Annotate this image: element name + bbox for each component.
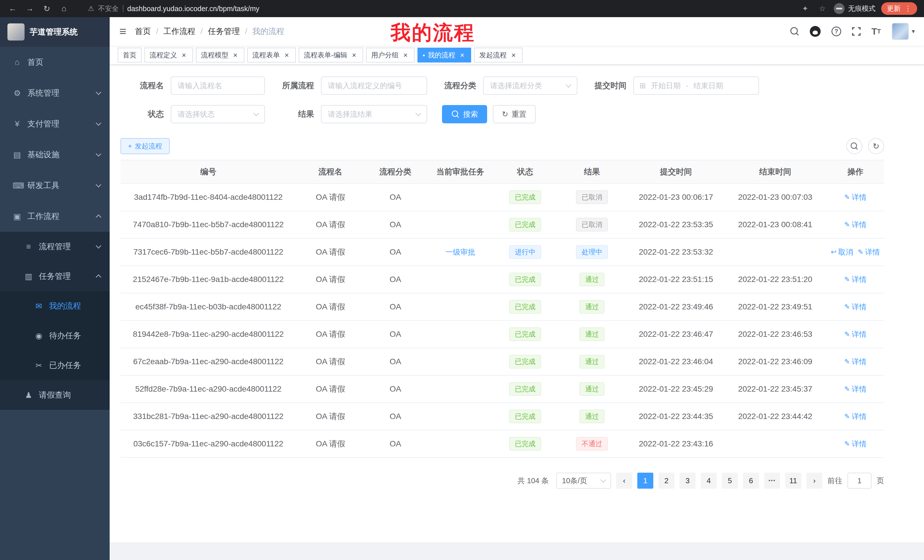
result-badge: 通过 (579, 300, 604, 314)
tab-close-icon[interactable]: × (350, 51, 358, 59)
category-select[interactable]: 请选择流程分类 (483, 76, 578, 95)
sidebar-item[interactable]: ✂ 已办任务 (0, 350, 110, 380)
fullscreen-icon[interactable] (852, 27, 861, 36)
cell-actions: ✎ 详情 (826, 293, 884, 320)
detail-action-link[interactable]: ✎ 详情 (858, 247, 880, 257)
reset-button[interactable]: ↻ 重置 (493, 105, 536, 123)
status-select[interactable]: 请选择状态 (171, 105, 265, 123)
app-logo[interactable]: 芋道管理系统 (0, 17, 110, 47)
tab[interactable]: 流程模型 × (196, 48, 244, 63)
next-page-button[interactable]: › (806, 473, 822, 489)
process-name-input[interactable] (171, 76, 265, 95)
reload-icon[interactable]: ↻ (41, 4, 52, 13)
key-icon[interactable]: ✦ (800, 4, 811, 13)
search-icon[interactable] (790, 27, 799, 36)
tab[interactable]: ● 我的流程 × (417, 48, 471, 63)
sidebar-item[interactable]: ▥ 任务管理 (0, 262, 110, 291)
page-number-button[interactable]: 5 (722, 473, 738, 489)
detail-action-link[interactable]: ✎ 详情 (844, 302, 867, 312)
current-task-link[interactable]: 一级审批 (446, 247, 475, 257)
page-size-select[interactable]: 10条/页 (556, 473, 611, 489)
show-search-button[interactable] (846, 138, 862, 154)
tab[interactable]: 首页 (118, 48, 142, 63)
detail-action-link[interactable]: ✎ 详情 (844, 275, 867, 284)
sidebar-item[interactable]: ⚙ 系统管理 (0, 78, 110, 108)
breadcrumb-item[interactable]: 首页 (135, 26, 151, 37)
breadcrumb-item[interactable]: 工作流程 (151, 26, 196, 37)
cancel-action-link[interactable]: ↩ 取消 (831, 247, 853, 257)
search-button[interactable]: 搜索 (442, 105, 487, 123)
avatar[interactable]: ▾ (892, 23, 915, 40)
breadcrumb-item[interactable]: 任务管理 (195, 26, 240, 37)
tab-label: 我的流程 (428, 51, 455, 60)
process-def-input[interactable] (321, 76, 427, 95)
tab-close-icon[interactable]: × (509, 51, 518, 59)
update-button[interactable]: 更新 ⋮ (881, 2, 917, 15)
github-icon[interactable] (810, 26, 820, 37)
help-icon[interactable]: ? (831, 27, 841, 36)
submit-time-range-picker[interactable]: ⊞ 开始日期 - 结束日期 (633, 76, 759, 95)
sidebar-item[interactable]: ≡ 流程管理 (0, 232, 110, 262)
result-label: 结果 (280, 109, 314, 120)
page-number-button[interactable]: 11 (785, 473, 801, 489)
sidebar-item[interactable]: ⌨ 研发工具 (0, 170, 110, 201)
font-size-icon[interactable]: TT (872, 26, 881, 37)
tab[interactable]: 用户分组 × (366, 48, 415, 63)
tab-label: 流程表单-编辑 (304, 51, 347, 60)
address-bar[interactable]: ⚠ 不安全 dashboard.yudao.iocoder.cn/bpm/tas… (75, 4, 794, 13)
security-label[interactable]: 不安全 (98, 4, 119, 13)
breadcrumb-item[interactable]: 我的流程 (240, 26, 284, 37)
page-number-button[interactable]: 6 (743, 473, 759, 489)
page-number-button[interactable]: 3 (680, 473, 696, 489)
tab-close-icon[interactable]: × (458, 51, 466, 59)
sidebar-item[interactable]: ¥ 支付管理 (0, 108, 110, 139)
refresh-table-button[interactable]: ↻ (868, 138, 884, 154)
sidebar-item[interactable]: ▤ 基础设施 (0, 139, 110, 170)
tab-close-icon[interactable]: × (283, 51, 291, 59)
chevron-icon (96, 120, 101, 126)
detail-action-link[interactable]: ✎ 详情 (844, 192, 867, 202)
tab-close-icon[interactable]: × (402, 51, 410, 59)
page-number-button[interactable]: ••• (764, 473, 780, 489)
sidebar-item[interactable]: ▣ 工作流程 (0, 201, 110, 232)
page-number-button[interactable]: 4 (701, 473, 717, 489)
cell-end-time: 2022-01-22 23:46:09 (723, 348, 826, 375)
back-icon[interactable]: ← (7, 4, 18, 13)
detail-action-link[interactable]: ✎ 详情 (844, 412, 867, 422)
sidebar-item[interactable]: ◉ 待办任务 (0, 321, 110, 350)
detail-action-link[interactable]: ✎ 详情 (844, 384, 867, 394)
filter-form: 流程名 所属流程 流程分类 请选择流程分类 (110, 65, 924, 123)
caret-down-icon: ▾ (912, 28, 915, 35)
detail-action-link[interactable]: ✎ 详情 (844, 329, 867, 339)
forward-icon[interactable]: → (24, 4, 35, 13)
cell-process-id: 67c2eaab-7b9a-11ec-a290-acde48001122 (120, 348, 296, 375)
tab[interactable]: 流程表单 × (247, 48, 296, 63)
goto-page-input[interactable] (848, 473, 872, 489)
sidebar-item[interactable]: ♟ 请假查询 (0, 380, 110, 410)
sidebar-item[interactable]: ✉ 我的流程 (0, 291, 110, 321)
sidebar-item[interactable]: ⌂ 首页 (0, 47, 110, 78)
detail-action-link[interactable]: ✎ 详情 (844, 220, 867, 230)
tab[interactable]: 流程表单-编辑 × (298, 48, 363, 63)
create-process-button[interactable]: + 发起流程 (120, 138, 170, 154)
hamburger-icon[interactable]: ≡ (110, 24, 135, 38)
page-number-button[interactable]: 2 (658, 473, 675, 489)
tab[interactable]: 流程定义 × (144, 48, 193, 63)
goto-suffix: 页 (877, 476, 884, 486)
star-icon[interactable]: ☆ (817, 4, 828, 13)
kebab-menu-icon[interactable]: ⋮ (904, 4, 911, 13)
tab[interactable]: 发起流程 × (474, 48, 522, 63)
result-select[interactable]: 请选择流结果 (321, 105, 427, 123)
page-number-button[interactable]: 1 (638, 473, 653, 489)
tab-close-icon[interactable]: × (180, 51, 188, 59)
cell-process-name: OA 请假 (296, 266, 365, 293)
browser-home-icon[interactable]: ⌂ (58, 4, 70, 13)
tab-close-icon[interactable]: × (231, 51, 239, 59)
prev-page-button[interactable]: ‹ (616, 473, 632, 489)
result-badge: 通过 (579, 273, 604, 286)
column-header: 结束时间 (723, 160, 826, 183)
tab-label: 发起流程 (479, 51, 507, 60)
detail-action-link[interactable]: ✎ 详情 (844, 357, 867, 367)
url-text[interactable]: dashboard.yudao.iocoder.cn/bpm/task/my (128, 4, 260, 13)
detail-action-link[interactable]: ✎ 详情 (844, 439, 867, 449)
